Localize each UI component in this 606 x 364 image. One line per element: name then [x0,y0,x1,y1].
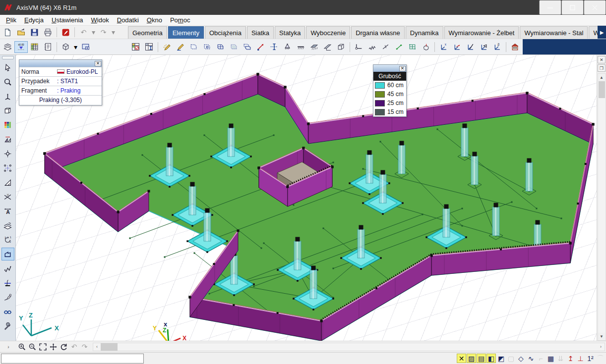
statusbar-polyline-edit-button[interactable]: ∿ [526,354,536,363]
zoom-tool-button[interactable] [1,75,14,88]
rib-element-button[interactable] [321,41,334,53]
zoom-out-button[interactable] [27,342,38,352]
domain-hole-button[interactable] [200,41,214,53]
statusbar-workplane-button[interactable]: ◧ [486,354,496,363]
menu-okno[interactable]: Okno [143,15,166,25]
statusbar-solid-display-button[interactable]: ◩ [496,354,506,363]
section-table-button[interactable] [142,41,156,53]
domain-button[interactable] [187,41,200,53]
statusbar-directions-button[interactable]: ◇ [516,354,526,363]
zoom-in-button[interactable] [17,342,27,352]
tab-wymiarowanie-żelbet[interactable]: Wymiarowanie - Żelbet [444,26,519,39]
beam-reference-button[interactable] [1,276,14,289]
menu-ustawienia[interactable]: Ustawienia [48,15,87,25]
view-undo-button[interactable]: ↶ [69,342,79,352]
tab-obciążenia[interactable]: Obciążenia [205,26,246,39]
viewport-close-button[interactable]: ✕ [598,56,606,63]
color-coding-button[interactable] [1,118,14,131]
scroll-down-icon[interactable]: ▼ [598,333,606,340]
statusbar-numbering-button[interactable]: 1² [586,354,595,363]
edge-hinge-button[interactable] [352,41,365,53]
layers-button[interactable] [1,41,14,53]
selection-cursor-button[interactable] [1,61,14,74]
coordinate-axes-button[interactable] [1,90,14,103]
horizontal-scrollbar[interactable]: ‹ › [93,343,605,351]
tab-wyboczenie[interactable]: Wyboczenie [306,26,350,39]
settings-wrench-button[interactable] [1,319,14,332]
pdf-export-button[interactable] [59,26,72,38]
report-maker-button[interactable] [41,41,55,53]
model-3d-view[interactable]: YZXxYZX [16,55,597,341]
statusbar-axis-constraint-button[interactable]: ⌐ [536,354,545,363]
tab-elementy[interactable]: Elementy [168,26,204,39]
cs-vector-button[interactable] [450,41,464,53]
legend-close-icon[interactable]: ✕ [399,66,406,71]
new-model-button[interactable] [1,26,14,38]
pan-view-button[interactable] [48,342,59,352]
model-viewport[interactable]: YZXxYZX ✕ NormaEurokod-PL Przypadek: STA… [16,55,597,341]
table-browser-button[interactable] [28,41,41,53]
tab-overflow-arrow[interactable]: ▶ [598,26,606,39]
render-light-button[interactable] [1,291,14,304]
gap-element-button[interactable] [379,41,392,53]
transform-button[interactable] [1,133,14,146]
domain-mesh-button[interactable] [227,41,241,53]
tab-drgania-własne[interactable]: Drgania własne [351,26,405,39]
undo-options-button[interactable]: ▾ [90,26,97,38]
info-panel[interactable]: ✕ NormaEurokod-PL Przypadek: STAT1 Fragm… [19,59,102,105]
mesh-generate-button[interactable] [406,41,419,53]
horizontal-scroll-thumb[interactable] [101,343,118,351]
statusbar-load-display-button[interactable]: ⇊ [556,354,565,363]
move-rotate-button[interactable] [1,147,14,160]
statusbar-grid-display-button[interactable]: ▦ [546,354,555,363]
toolbar-handle[interactable] [2,56,14,59]
cs-plane-button[interactable] [477,41,490,53]
nodal-support-button[interactable] [281,41,294,53]
tab-siatka[interactable]: Siatka [247,26,274,39]
statusbar-local-axes-button[interactable]: ⊥ [576,354,585,363]
cs-angle-button[interactable]: β [490,41,504,53]
vertical-scrollbar[interactable]: ▲ ▼ [598,73,606,341]
geometry-tools-button[interactable] [1,176,14,189]
surface-support-button[interactable] [307,41,321,53]
domain-multi-button[interactable] [241,41,254,53]
menu-edycja[interactable]: Edycja [20,15,48,25]
node-edit-button[interactable] [1,161,14,174]
dimension-lines-button[interactable]: A [1,205,14,217]
zoom-fit-button[interactable] [38,342,48,352]
domain-complex-button[interactable] [214,41,227,53]
polyline-tool-button[interactable] [1,262,14,275]
collapse-arrow[interactable]: › [0,344,17,350]
close-button[interactable] [584,0,606,15]
maximize-button[interactable] [561,0,584,15]
legend-titlebar[interactable]: ✕ [373,65,406,72]
menu-pomoc[interactable]: Pomoc [166,15,194,25]
viewport-restore-button[interactable]: ❐ [598,64,606,72]
parts-button[interactable] [1,104,14,117]
cs-node-button[interactable]: x [437,41,450,53]
tab-wymiarowanie-stal[interactable]: Wymiarowanie - Stal [520,26,588,39]
thickness-legend[interactable]: ✕ Grubość 60 cm 45 cm 25 cm 15 c [373,64,407,117]
menu-widok[interactable]: Widok [87,15,113,25]
save-model-button[interactable] [28,26,41,38]
intersect-button[interactable] [1,190,14,203]
render-mode-button[interactable] [59,41,72,53]
info-panel-titlebar[interactable]: ✕ [19,60,102,67]
vertical-scroll-thumb[interactable] [599,81,605,98]
undo-button[interactable]: ↶ [77,26,90,38]
statusbar-region-select-button[interactable]: ▢ [506,354,516,363]
scroll-left-icon[interactable]: ‹ [93,344,101,349]
level-marker-button[interactable]: ±0.00 [14,41,28,53]
virtual-beam-button[interactable] [267,41,281,53]
material-table-button[interactable] [129,41,142,53]
statusbar-reaction-display-button[interactable]: ↥ [566,354,575,363]
command-input[interactable] [1,354,144,364]
scroll-right-icon[interactable]: › [597,344,605,349]
diaphragm-button[interactable] [334,41,348,53]
saved-views-button[interactable] [79,41,92,53]
dof-rotation-button[interactable] [419,41,432,53]
line-support-button[interactable] [294,41,307,53]
line-elements-button[interactable] [254,41,267,53]
wall-tool-button[interactable] [1,248,14,260]
menu-dodatki[interactable]: Dodatki [113,15,143,25]
